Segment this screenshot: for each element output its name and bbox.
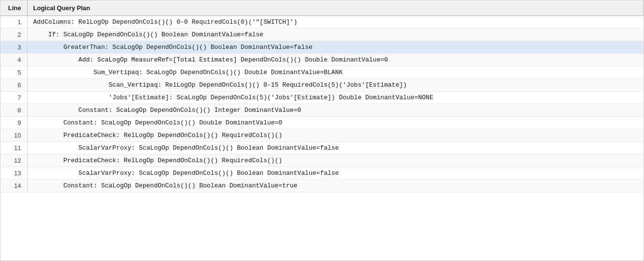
line-number-cell: 9 [0,117,27,129]
query-text-cell: Constant: ScaLogOp DependOnCols()() Bool… [27,180,644,192]
query-text-cell: GreaterThan: ScaLogOp DependOnCols()() B… [27,41,644,54]
line-number-cell: 8 [0,104,27,117]
table-row: 2 If: ScaLogOp DependOnCols()() Boolean … [0,29,644,41]
table-row: 10 PredicateCheck: RelLogOp DependOnCols… [0,129,644,142]
line-number-cell: 4 [0,54,27,66]
table-header-row: Line Logical Query Plan [0,0,644,16]
table-row: 9 Constant: ScaLogOp DependOnCols()() Do… [0,117,644,129]
query-text-cell: 'Jobs'[Estimate]: ScaLogOp DependOnCols(… [27,92,644,104]
line-number-cell: 5 [0,66,27,79]
table-row: 1AddColumns: RelLogOp DependOnCols()() 0… [0,16,644,29]
table-body: 1AddColumns: RelLogOp DependOnCols()() 0… [0,16,644,192]
line-number-cell: 6 [0,79,27,92]
query-text-cell: If: ScaLogOp DependOnCols()() Boolean Do… [27,29,644,41]
query-text-cell: PredicateCheck: RelLogOp DependOnCols()(… [27,129,644,142]
query-text-cell: AddColumns: RelLogOp DependOnCols()() 0-… [27,16,644,29]
line-number-cell: 13 [0,167,27,180]
query-text-cell: Sum_Vertipaq: ScaLogOp DependOnCols()() … [27,66,644,79]
line-number-cell: 12 [0,154,27,167]
line-number-cell: 3 [0,41,27,54]
line-number-cell: 1 [0,16,27,29]
query-plan-table-container: Line Logical Query Plan 1AddColumns: Rel… [0,0,644,261]
table-row: 7 'Jobs'[Estimate]: ScaLogOp DependOnCol… [0,92,644,104]
query-text-cell: Constant: ScaLogOp DependOnCols()() Inte… [27,104,644,117]
table-row: 6 Scan_Vertipaq: RelLogOp DependOnCols()… [0,79,644,92]
table-row: 12 PredicateCheck: RelLogOp DependOnCols… [0,154,644,167]
line-number-cell: 10 [0,129,27,142]
table-row: 13 ScalarVarProxy: ScaLogOp DependOnCols… [0,167,644,180]
query-text-cell: PredicateCheck: RelLogOp DependOnCols()(… [27,154,644,167]
query-text-cell: ScalarVarProxy: ScaLogOp DependOnCols()(… [27,142,644,154]
table-row: 8 Constant: ScaLogOp DependOnCols()() In… [0,104,644,117]
query-plan-table: Line Logical Query Plan 1AddColumns: Rel… [0,0,644,192]
query-text-cell: Add: ScaLogOp MeasureRef=[Total Estimate… [27,54,644,66]
query-column-header: Logical Query Plan [27,0,644,16]
line-number-cell: 14 [0,180,27,192]
query-text-cell: ScalarVarProxy: ScaLogOp DependOnCols()(… [27,167,644,180]
line-number-cell: 2 [0,29,27,41]
table-row: 11 ScalarVarProxy: ScaLogOp DependOnCols… [0,142,644,154]
query-text-cell: Constant: ScaLogOp DependOnCols()() Doub… [27,117,644,129]
table-row: 5 Sum_Vertipaq: ScaLogOp DependOnCols()(… [0,66,644,79]
table-row: 3 GreaterThan: ScaLogOp DependOnCols()()… [0,41,644,54]
table-row: 14 Constant: ScaLogOp DependOnCols()() B… [0,180,644,192]
line-number-cell: 7 [0,92,27,104]
line-column-header: Line [0,0,27,16]
table-row: 4 Add: ScaLogOp MeasureRef=[Total Estima… [0,54,644,66]
line-number-cell: 11 [0,142,27,154]
query-text-cell: Scan_Vertipaq: RelLogOp DependOnCols()()… [27,79,644,92]
